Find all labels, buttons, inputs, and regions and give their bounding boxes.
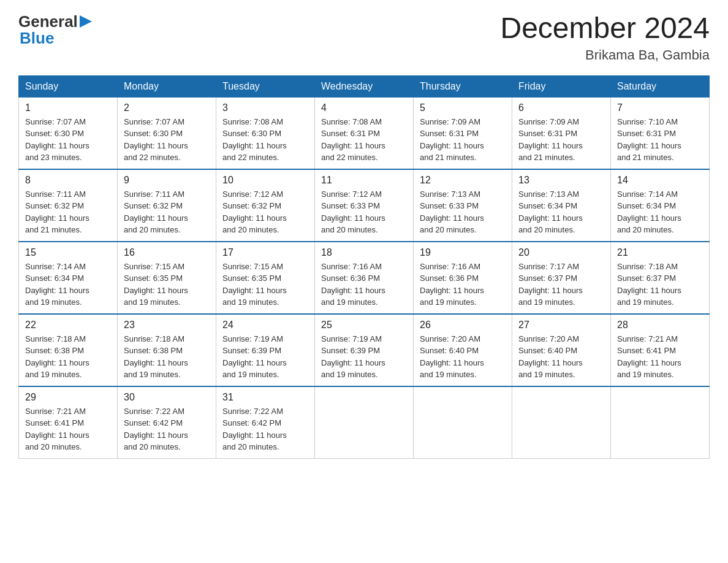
day-info: Sunrise: 7:12 AMSunset: 6:32 PMDaylight:… (222, 188, 308, 236)
day-info: Sunrise: 7:11 AMSunset: 6:32 PMDaylight:… (25, 188, 111, 236)
day-info: Sunrise: 7:16 AMSunset: 6:36 PMDaylight:… (420, 261, 506, 308)
day-number: 2 (124, 102, 210, 113)
col-thursday: Thursday (414, 75, 512, 97)
day-info: Sunrise: 7:13 AMSunset: 6:34 PMDaylight:… (518, 188, 604, 236)
page-header: General Blue December 2024 Brikama Ba, G… (18, 12, 710, 63)
day-number: 10 (222, 175, 308, 186)
table-row: 6 Sunrise: 7:09 AMSunset: 6:31 PMDayligh… (512, 97, 611, 169)
day-info: Sunrise: 7:08 AMSunset: 6:31 PMDaylight:… (321, 116, 407, 164)
day-number: 20 (518, 247, 604, 258)
table-row: 13 Sunrise: 7:13 AMSunset: 6:34 PMDaylig… (512, 169, 611, 242)
col-friday: Friday (512, 75, 611, 97)
month-title: December 2024 (500, 12, 710, 45)
day-number: 6 (518, 102, 604, 113)
day-info: Sunrise: 7:15 AMSunset: 6:35 PMDaylight:… (222, 261, 308, 308)
location-title: Brikama Ba, Gambia (500, 47, 710, 63)
day-number: 31 (222, 392, 308, 403)
col-saturday: Saturday (611, 75, 710, 97)
day-info: Sunrise: 7:18 AMSunset: 6:37 PMDaylight:… (617, 261, 703, 308)
day-number: 13 (518, 175, 604, 186)
day-number: 28 (617, 320, 703, 331)
table-row (512, 386, 611, 459)
day-number: 5 (420, 102, 506, 113)
day-info: Sunrise: 7:22 AMSunset: 6:42 PMDaylight:… (124, 405, 210, 453)
table-row: 12 Sunrise: 7:13 AMSunset: 6:33 PMDaylig… (414, 169, 512, 242)
table-row (315, 386, 414, 459)
day-number: 21 (617, 247, 703, 258)
table-row: 1 Sunrise: 7:07 AMSunset: 6:30 PMDayligh… (19, 97, 118, 169)
day-number: 15 (25, 247, 111, 258)
day-number: 11 (321, 175, 407, 186)
table-row: 10 Sunrise: 7:12 AMSunset: 6:32 PMDaylig… (216, 169, 315, 242)
day-number: 9 (124, 175, 210, 186)
day-info: Sunrise: 7:20 AMSunset: 6:40 PMDaylight:… (420, 333, 506, 381)
day-info: Sunrise: 7:21 AMSunset: 6:41 PMDaylight:… (617, 333, 703, 381)
table-row: 24 Sunrise: 7:19 AMSunset: 6:39 PMDaylig… (216, 314, 315, 386)
table-row: 20 Sunrise: 7:17 AMSunset: 6:37 PMDaylig… (512, 242, 611, 314)
title-block: December 2024 Brikama Ba, Gambia (500, 12, 710, 63)
table-row: 30 Sunrise: 7:22 AMSunset: 6:42 PMDaylig… (118, 386, 216, 459)
col-tuesday: Tuesday (216, 75, 315, 97)
calendar-header-row: Sunday Monday Tuesday Wednesday Thursday… (19, 75, 710, 97)
logo: General Blue (18, 12, 93, 48)
table-row: 29 Sunrise: 7:21 AMSunset: 6:41 PMDaylig… (19, 386, 118, 459)
day-number: 29 (25, 392, 111, 403)
day-info: Sunrise: 7:16 AMSunset: 6:36 PMDaylight:… (321, 261, 407, 308)
logo-triangle-icon (80, 14, 93, 29)
table-row (611, 386, 710, 459)
table-row (414, 386, 512, 459)
svg-marker-0 (80, 15, 92, 28)
day-info: Sunrise: 7:15 AMSunset: 6:35 PMDaylight:… (124, 261, 210, 308)
day-info: Sunrise: 7:13 AMSunset: 6:33 PMDaylight:… (420, 188, 506, 236)
table-row: 17 Sunrise: 7:15 AMSunset: 6:35 PMDaylig… (216, 242, 315, 314)
day-info: Sunrise: 7:21 AMSunset: 6:41 PMDaylight:… (25, 405, 111, 453)
table-row: 4 Sunrise: 7:08 AMSunset: 6:31 PMDayligh… (315, 97, 414, 169)
day-info: Sunrise: 7:19 AMSunset: 6:39 PMDaylight:… (321, 333, 407, 381)
table-row: 19 Sunrise: 7:16 AMSunset: 6:36 PMDaylig… (414, 242, 512, 314)
day-info: Sunrise: 7:12 AMSunset: 6:33 PMDaylight:… (321, 188, 407, 236)
day-info: Sunrise: 7:17 AMSunset: 6:37 PMDaylight:… (518, 261, 604, 308)
table-row: 22 Sunrise: 7:18 AMSunset: 6:38 PMDaylig… (19, 314, 118, 386)
day-number: 25 (321, 320, 407, 331)
day-number: 8 (25, 175, 111, 186)
day-info: Sunrise: 7:10 AMSunset: 6:31 PMDaylight:… (617, 116, 703, 164)
day-number: 26 (420, 320, 506, 331)
day-number: 16 (124, 247, 210, 258)
day-number: 7 (617, 102, 703, 113)
day-number: 23 (124, 320, 210, 331)
day-info: Sunrise: 7:08 AMSunset: 6:30 PMDaylight:… (222, 116, 308, 164)
day-number: 17 (222, 247, 308, 258)
table-row: 5 Sunrise: 7:09 AMSunset: 6:31 PMDayligh… (414, 97, 512, 169)
col-monday: Monday (118, 75, 216, 97)
col-sunday: Sunday (19, 75, 118, 97)
calendar-week-row: 29 Sunrise: 7:21 AMSunset: 6:41 PMDaylig… (19, 386, 710, 459)
table-row: 31 Sunrise: 7:22 AMSunset: 6:42 PMDaylig… (216, 386, 315, 459)
col-wednesday: Wednesday (315, 75, 414, 97)
table-row: 14 Sunrise: 7:14 AMSunset: 6:34 PMDaylig… (611, 169, 710, 242)
calendar-week-row: 22 Sunrise: 7:18 AMSunset: 6:38 PMDaylig… (19, 314, 710, 386)
day-info: Sunrise: 7:18 AMSunset: 6:38 PMDaylight:… (25, 333, 111, 381)
calendar-week-row: 15 Sunrise: 7:14 AMSunset: 6:34 PMDaylig… (19, 242, 710, 314)
table-row: 9 Sunrise: 7:11 AMSunset: 6:32 PMDayligh… (118, 169, 216, 242)
day-info: Sunrise: 7:20 AMSunset: 6:40 PMDaylight:… (518, 333, 604, 381)
table-row: 3 Sunrise: 7:08 AMSunset: 6:30 PMDayligh… (216, 97, 315, 169)
day-info: Sunrise: 7:09 AMSunset: 6:31 PMDaylight:… (420, 116, 506, 164)
table-row: 18 Sunrise: 7:16 AMSunset: 6:36 PMDaylig… (315, 242, 414, 314)
table-row: 25 Sunrise: 7:19 AMSunset: 6:39 PMDaylig… (315, 314, 414, 386)
table-row: 7 Sunrise: 7:10 AMSunset: 6:31 PMDayligh… (611, 97, 710, 169)
table-row: 2 Sunrise: 7:07 AMSunset: 6:30 PMDayligh… (118, 97, 216, 169)
day-info: Sunrise: 7:18 AMSunset: 6:38 PMDaylight:… (124, 333, 210, 381)
day-info: Sunrise: 7:22 AMSunset: 6:42 PMDaylight:… (222, 405, 308, 453)
day-info: Sunrise: 7:07 AMSunset: 6:30 PMDaylight:… (124, 116, 210, 164)
logo-blue-text: Blue (20, 29, 54, 48)
day-number: 24 (222, 320, 308, 331)
day-info: Sunrise: 7:19 AMSunset: 6:39 PMDaylight:… (222, 333, 308, 381)
table-row: 28 Sunrise: 7:21 AMSunset: 6:41 PMDaylig… (611, 314, 710, 386)
day-info: Sunrise: 7:14 AMSunset: 6:34 PMDaylight:… (25, 261, 111, 308)
day-number: 27 (518, 320, 604, 331)
day-info: Sunrise: 7:11 AMSunset: 6:32 PMDaylight:… (124, 188, 210, 236)
day-number: 22 (25, 320, 111, 331)
day-number: 4 (321, 102, 407, 113)
calendar-week-row: 8 Sunrise: 7:11 AMSunset: 6:32 PMDayligh… (19, 169, 710, 242)
day-info: Sunrise: 7:07 AMSunset: 6:30 PMDaylight:… (25, 116, 111, 164)
